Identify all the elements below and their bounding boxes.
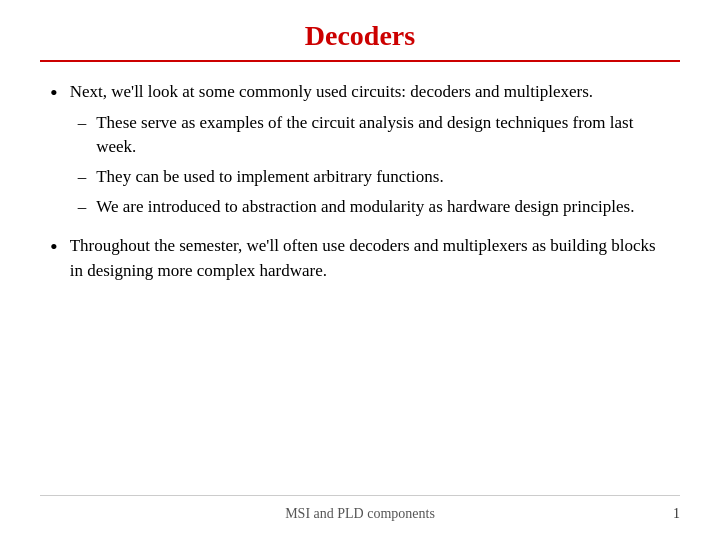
footer-page-number: 1 [673,506,680,522]
sub-dash-2: – [78,165,87,190]
sub-bullet-1-3: – We are introduced to abstraction and m… [78,195,670,220]
slide-footer: MSI and PLD components 1 [40,495,680,522]
bullet-dot-1: • [50,78,58,109]
bullet-1-text: Next, we'll look at some commonly used c… [70,82,593,101]
sub-bullet-1-1: – These serve as examples of the circuit… [78,111,670,160]
bullet-1-content: Next, we'll look at some commonly used c… [70,80,670,224]
sub-bullets-1: – These serve as examples of the circuit… [78,111,670,220]
title-area: Decoders [40,20,680,62]
sub-bullet-1-2-text: They can be used to implement arbitrary … [96,165,443,190]
slide: Decoders • Next, we'll look at some comm… [0,0,720,540]
sub-bullet-1-2: – They can be used to implement arbitrar… [78,165,670,190]
bullet-item-2: • Throughout the semester, we'll often u… [50,234,670,283]
footer-center-text: MSI and PLD components [40,506,680,522]
sub-dash-3: – [78,195,87,220]
sub-dash-1: – [78,111,87,136]
bullet-2-text: Throughout the semester, we'll often use… [70,234,670,283]
bullet-dot-2: • [50,232,58,263]
bullet-item-1: • Next, we'll look at some commonly used… [50,80,670,224]
content-area: • Next, we'll look at some commonly used… [40,80,680,510]
slide-title: Decoders [40,20,680,52]
sub-bullet-1-3-text: We are introduced to abstraction and mod… [96,195,634,220]
sub-bullet-1-1-text: These serve as examples of the circuit a… [96,111,670,160]
